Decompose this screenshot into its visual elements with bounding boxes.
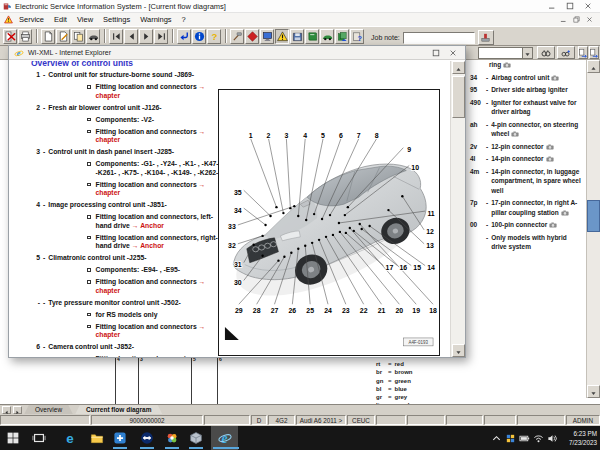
taskbar-app-3d-button[interactable]	[188, 430, 204, 446]
menu-item-service[interactable]: Service	[19, 15, 44, 24]
camera-icon[interactable]	[544, 143, 554, 150]
callout-number[interactable]: 26	[288, 307, 296, 314]
taskbar-internet-explorer-button[interactable]: e	[217, 430, 233, 446]
chapter-link[interactable]: → Anchor	[132, 242, 164, 249]
job-note-button[interactable]	[478, 30, 494, 45]
manuals-button[interactable]	[335, 29, 349, 44]
chapter-link[interactable]: → chapter	[96, 181, 206, 197]
callout-number[interactable]: 28	[253, 307, 261, 314]
taskbar-start-button[interactable]	[5, 430, 21, 446]
previous-page-button[interactable]	[124, 29, 138, 44]
menu-item-warnings[interactable]: Warnings	[140, 15, 171, 24]
callout-number[interactable]: 7	[357, 132, 361, 139]
callout-number[interactable]: 21	[378, 307, 386, 314]
callout-number[interactable]: 1	[249, 132, 253, 139]
popup-scrollbar[interactable]	[450, 61, 465, 357]
edit-document-button[interactable]	[56, 29, 70, 44]
exit-button[interactable]	[3, 29, 17, 44]
manual-help-button[interactable]: ?	[350, 29, 364, 44]
callout-number[interactable]: 5	[321, 132, 325, 139]
tab-current-flow-diagram[interactable]: Current flow diagram	[75, 405, 162, 415]
taskbar-task-view-button[interactable]	[31, 430, 47, 446]
callout-number[interactable]: 34	[234, 207, 242, 214]
callout-number[interactable]: 35	[234, 189, 242, 196]
callout-number[interactable]: 32	[228, 242, 236, 249]
return-button[interactable]	[177, 29, 191, 44]
close-button[interactable]	[584, 2, 592, 10]
dropdown-arrow-button[interactable]	[522, 48, 532, 58]
callout-number[interactable]: 6	[339, 132, 343, 139]
callout-number[interactable]: 20	[396, 307, 404, 314]
callout-number[interactable]: 10	[411, 164, 419, 171]
maximize-button[interactable]	[566, 2, 574, 10]
menu-item-view[interactable]: View	[77, 15, 93, 24]
taskbar-edge-button[interactable]: e	[62, 430, 78, 446]
tab-overview[interactable]: Overview	[24, 405, 73, 415]
mdi-close-button[interactable]	[586, 16, 593, 23]
taskbar-clock[interactable]: 6:23 PM 7/23/2023	[555, 429, 597, 447]
callout-number[interactable]: 12	[426, 228, 434, 235]
callout-number[interactable]: 19	[412, 307, 420, 314]
callout-number[interactable]: 2	[267, 132, 271, 139]
chapter-link[interactable]: → Anchor	[132, 222, 164, 229]
last-page-button[interactable]	[154, 29, 168, 44]
taskbar-teamviewer-button[interactable]	[139, 430, 155, 446]
taskbar-gallery-button[interactable]	[164, 430, 180, 446]
scroll-down-button[interactable]	[587, 385, 600, 398]
new-document-button[interactable]	[41, 29, 55, 44]
callout-number[interactable]: 13	[426, 242, 434, 249]
callout-number[interactable]: 18	[429, 307, 437, 314]
callout-number[interactable]: 23	[342, 307, 350, 314]
scrollbar-thumb[interactable]	[587, 200, 600, 232]
callout-number[interactable]: 24	[324, 307, 332, 314]
camera-icon[interactable]	[544, 155, 554, 162]
callout-number[interactable]: 3	[284, 132, 288, 139]
camera-icon[interactable]	[559, 209, 569, 216]
chapter-link[interactable]: → chapter	[96, 83, 206, 99]
popup-scroll-up-button[interactable]	[452, 61, 465, 74]
find-button[interactable]	[537, 46, 555, 59]
tab-scroll-right-button[interactable]	[13, 406, 22, 414]
popup-title-bar[interactable]: e WI-XML - Internet Explorer	[9, 46, 465, 60]
next-page-button[interactable]	[139, 29, 153, 44]
tools-button[interactable]	[230, 29, 244, 44]
callout-number[interactable]: 25	[306, 307, 314, 314]
mdi-restore-button[interactable]	[573, 16, 580, 23]
first-page-button[interactable]	[109, 29, 123, 44]
callout-number[interactable]: 29	[235, 307, 243, 314]
chapter-link[interactable]: → chapter	[96, 355, 206, 357]
callout-number[interactable]: 27	[271, 307, 279, 314]
camera-icon[interactable]	[509, 130, 519, 137]
callout-number[interactable]: 14	[427, 264, 435, 271]
tray-app-icon[interactable]	[505, 433, 516, 444]
camera-icon[interactable]	[547, 221, 557, 228]
warning-button[interactable]	[275, 29, 289, 44]
info-button[interactable]	[192, 29, 206, 44]
callout-number[interactable]: 22	[360, 307, 368, 314]
callout-number[interactable]: 17	[386, 264, 394, 271]
expand-triangle-icon[interactable]	[225, 327, 239, 340]
camera-icon[interactable]	[549, 74, 559, 81]
chapter-link[interactable]: → chapter	[96, 278, 206, 294]
taskbar-file-explorer-button[interactable]	[89, 430, 105, 446]
print-button[interactable]	[18, 29, 32, 44]
popup-maximize-button[interactable]	[432, 49, 440, 57]
copy-document-button[interactable]	[71, 29, 85, 44]
content-scrollbar[interactable]	[586, 60, 600, 398]
chapter-link[interactable]: → chapter	[96, 128, 206, 144]
red-manual-button[interactable]	[245, 29, 259, 44]
callout-number[interactable]: 11	[427, 210, 434, 217]
scroll-up-button[interactable]	[587, 60, 600, 73]
green-vehicle-button[interactable]	[320, 29, 334, 44]
callout-number[interactable]: 15	[413, 264, 421, 271]
callout-number[interactable]: 4	[303, 132, 307, 139]
mdi-minimize-button[interactable]	[560, 16, 567, 23]
find-next-button[interactable]	[557, 46, 575, 59]
popup-close-button[interactable]	[449, 49, 457, 57]
wifi-icon[interactable]	[533, 433, 544, 444]
popup-scroll-down-button[interactable]	[452, 344, 465, 357]
job-note-input[interactable]	[403, 32, 475, 44]
camera-icon[interactable]	[501, 61, 511, 68]
menu-item-settings[interactable]: Settings	[103, 15, 130, 24]
menu-item-edit[interactable]: Edit	[54, 15, 67, 24]
